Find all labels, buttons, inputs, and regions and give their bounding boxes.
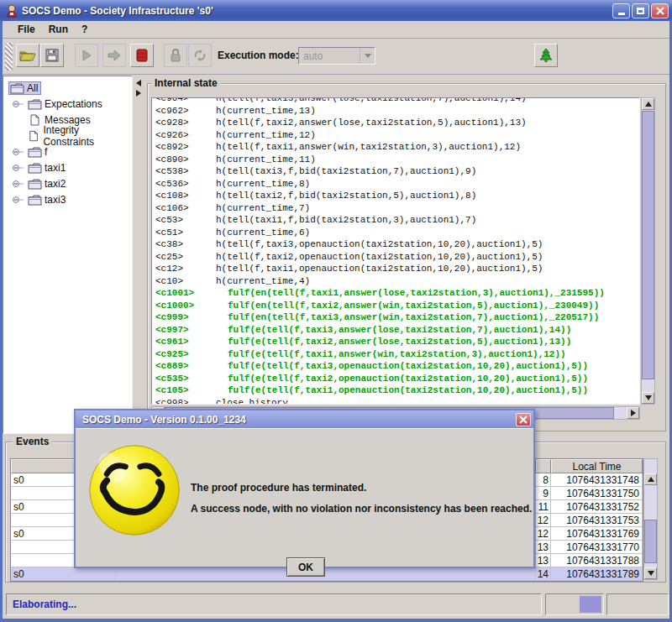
log-line-tag: <c10> [155,275,216,288]
folder-icon [28,146,42,158]
expand-handle-icon[interactable] [12,180,26,188]
tree-item[interactable]: taxi3 [3,191,132,207]
scrollbar-thumb[interactable] [644,520,657,563]
log-line-text: h(tell(f,taxi2,openauction(taxi2station,… [216,252,543,262]
scroll-up-button[interactable] [644,473,657,485]
scroll-down-button[interactable] [644,567,657,579]
column-header-step[interactable] [536,459,551,473]
tree-node[interactable]: f [26,145,50,159]
dialog-body: The proof procedure has terminated. A su… [76,430,533,567]
tree-item[interactable]: Integrity Constraints [3,128,132,144]
ok-button[interactable]: OK [286,557,325,577]
scrollbar-thumb[interactable] [642,111,654,379]
toolbar-grip[interactable] [5,43,13,71]
log-line-text: fulf(e(tell(f,taxi2,openauction(taxi2sta… [216,374,588,384]
log-line-tag: <c964> [155,97,216,105]
tree-item[interactable]: Expectations [3,96,132,112]
maximize-button[interactable] [632,3,649,18]
close-button[interactable] [651,3,669,18]
column-header-local-time[interactable]: Local Time [551,459,643,473]
minimize-icon [618,13,625,15]
log-line-text: fulf(en(tell(f,taxi3,answer(win,taxi2sta… [216,312,599,322]
step-forward-icon [108,50,121,61]
log-line: <c106>h(current_time,7) [155,202,639,215]
dialog-close-button[interactable] [516,413,531,426]
internal-state-log[interactable]: <c964>h(tell(f,taxi3,answer(lose,taxi2st… [151,97,640,405]
tree-item-label: taxi3 [45,194,66,206]
arrow-up-icon [645,102,652,107]
menu-run[interactable]: Run [42,22,75,37]
tree-item[interactable]: All [3,80,132,96]
tree-node[interactable]: taxi2 [26,177,69,191]
stop-button[interactable] [130,44,154,67]
cell-step: 13 [536,554,551,567]
cell-step: 12 [536,527,551,541]
window-frame [0,619,672,622]
step-forward-button[interactable] [102,44,126,67]
log-line-tag: <c1001> [155,287,216,300]
expand-handle-icon[interactable] [12,116,26,124]
dialog-titlebar[interactable]: SOCS Demo - Version 0.1.00_1234 [76,410,533,429]
execution-mode-label: Execution mode: [218,50,299,61]
cell-step: 11 [536,500,551,514]
collapse-right-button[interactable] [134,89,143,97]
expand-handle-icon[interactable] [12,164,26,172]
internal-state-title: Internal state [151,77,221,89]
lock-button[interactable] [164,44,187,67]
expand-handle-icon[interactable] [12,100,26,108]
tree-node[interactable]: taxi3 [26,193,69,206]
log-line: <c964>h(tell(f,taxi3,answer(lose,taxi2st… [155,97,639,105]
expand-handle-icon[interactable] [12,196,26,204]
titlebar[interactable]: SOCS Demo - Society Infrastructure 's0' [0,0,672,21]
save-button[interactable] [40,44,64,67]
log-line-tag: <c108> [155,190,216,202]
events-vertical-scrollbar[interactable] [643,458,658,580]
events-title: Events [13,436,52,447]
scroll-right-button[interactable] [627,407,639,419]
log-line: <c12>h(tell(f,taxi1,openauction(taxi2sta… [155,263,639,275]
expand-handle-icon[interactable] [12,132,25,140]
menu-help[interactable]: ? [75,22,94,37]
tree-item[interactable]: taxi2 [3,175,132,191]
tree-item[interactable]: taxi1 [3,159,132,175]
log-line-tag: <c538> [155,165,216,178]
scroll-up-button[interactable] [642,98,654,110]
log-line-text: fulf(e(tell(f,taxi1,answer(win,taxi2stat… [216,349,566,359]
refresh-button[interactable] [188,44,212,67]
refresh-icon [193,49,207,62]
open-button[interactable] [16,44,39,67]
combo-arrow-button[interactable] [360,48,375,64]
society-tree-panel[interactable]: All [3,76,133,434]
tree-item-label: taxi1 [45,162,66,174]
log-line-tag: <c962> [155,105,216,118]
log-line: <c1001>fulf(en(tell(f,taxi1,answer(lose,… [155,287,639,300]
play-button[interactable] [75,44,98,67]
tree-item-label: Expectations [45,98,102,110]
log-line: <c536>h(current_time,8) [155,178,639,191]
expand-handle-icon[interactable] [12,148,26,156]
split-divider[interactable] [133,76,144,434]
society-tree-button[interactable] [534,44,558,67]
log-line-tag: <c997> [155,324,216,337]
cell-step: 9 [536,487,551,500]
internal-state-vertical-scrollbar[interactable] [641,97,655,405]
collapse-left-button[interactable] [134,79,143,87]
tree-node[interactable]: All [8,81,41,95]
scroll-down-button[interactable] [642,392,654,404]
minimize-button[interactable] [612,3,630,18]
tree-node[interactable]: Expectations [26,97,106,111]
log-line: <c38>h(tell(f,taxi3,openauction(taxi2sta… [155,238,639,251]
table-row[interactable]: s0 14 1076431331789 [11,567,643,581]
execution-mode-select[interactable]: auto [298,47,375,65]
log-line-tag: <c928> [155,117,216,129]
tree-item-label: f [45,146,47,158]
log-line: <c892>h(tell(f,taxi1,answer(win,taxi2sta… [155,141,639,154]
tree-node[interactable]: taxi1 [26,161,69,175]
log-line: <c53>h(tell(taxi1,f,bid(taxi2station,3),… [155,214,639,227]
menu-file[interactable]: File [11,22,42,37]
log-line: <c538>h(tell(taxi3,f,bid(taxi2station,7)… [155,165,639,178]
log-line-text: h(current_time,13) [216,106,316,116]
dialog-message-line2: A success node, with no violation nor in… [191,503,532,515]
log-line-tag: <c890> [155,154,216,166]
app-icon [5,4,18,18]
